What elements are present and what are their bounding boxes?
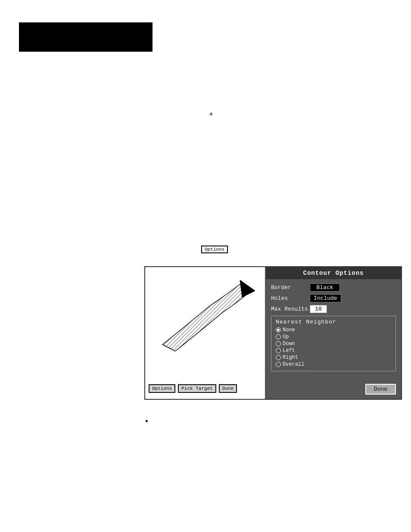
nn-up-label: Up [283,334,289,340]
nn-option-right[interactable]: Right [276,355,391,361]
crosshair-icon: + [208,111,215,118]
contour-options-panel: Contour Options Border Black Holes Inclu… [266,267,401,399]
nn-option-none[interactable]: None [276,327,391,333]
max-results-row: Max Results 10 [271,305,396,313]
border-label: Border [271,284,310,291]
bullet-section: • [144,418,149,426]
radio-up-icon [276,334,281,339]
top-banner [19,22,153,52]
nn-option-left[interactable]: Left [276,348,391,354]
holes-label: Holes [271,295,310,302]
nearest-neighbor-group: Nearest Neighbor None Up Down [271,316,396,371]
border-row: Border Black [271,283,396,292]
bullet-icon: • [144,418,149,426]
pick-target-button[interactable]: Pick Target [178,384,216,393]
max-results-value[interactable]: 10 [310,305,327,313]
nearest-neighbor-title: Nearest Neighbor [276,319,391,325]
border-value[interactable]: Black [310,283,340,292]
contour-preview-svg [149,271,262,358]
options-button[interactable]: Options [149,384,175,393]
done-preview-button[interactable]: Done [219,384,237,393]
radio-overall-icon [276,362,281,367]
nn-option-overall[interactable]: Overall [276,361,391,367]
nn-overall-label: Overall [283,361,304,367]
page-options-button[interactable]: Options [201,246,228,253]
radio-left-icon [276,348,281,353]
preview-buttons: Options Pick Target Done [149,384,237,393]
radio-down-icon [276,341,281,346]
options-done-row: Done [266,380,401,399]
nn-none-label: None [283,327,295,333]
radio-none-icon [276,327,281,333]
holes-row: Holes Include [271,294,396,302]
nn-option-up[interactable]: Up [276,334,391,340]
max-results-label: Max Results [271,306,310,312]
radio-right-icon [276,355,281,360]
dialog-container: Options Pick Target Done Contour Options… [144,266,402,400]
contour-options-done-button[interactable]: Done [365,384,396,395]
preview-panel: Options Pick Target Done [145,267,266,399]
options-body: Border Black Holes Include Max Results 1… [266,279,401,380]
nn-option-down[interactable]: Down [276,341,391,347]
nn-down-label: Down [283,341,295,347]
contour-options-title: Contour Options [266,267,401,279]
nn-left-label: Left [283,348,295,354]
svg-marker-1 [240,280,255,297]
nn-right-label: Right [283,355,298,361]
holes-value[interactable]: Include [310,294,341,302]
